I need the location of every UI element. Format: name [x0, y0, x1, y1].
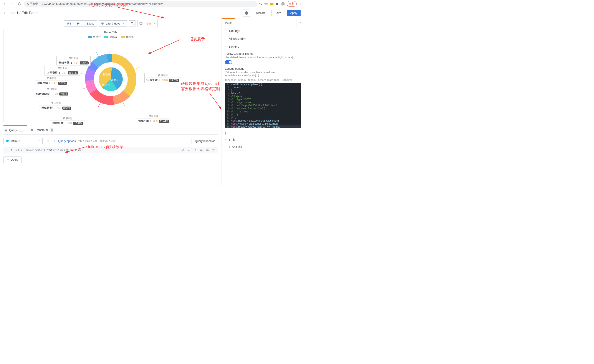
- editor-toolbar: test1 / Edit Panel 根据时间变化图表内容 Discard Sa…: [0, 8, 304, 18]
- chevron-right-icon[interactable]: [54, 139, 56, 142]
- chevron-down-icon: [38, 139, 40, 142]
- svg-text:腾讯云: 腾讯云: [102, 83, 110, 86]
- query-inspector-button[interactable]: Query inspector: [192, 138, 218, 144]
- panel-tab[interactable]: Panel: [222, 18, 236, 27]
- fill-tab[interactable]: Fill: [64, 21, 74, 26]
- query-tabs: Query 1 Transform 0: [3, 126, 218, 135]
- chevron-right-icon: [225, 38, 227, 40]
- trash-icon[interactable]: [212, 149, 216, 152]
- svg-point-22: [5, 129, 7, 130]
- time-range-label: Last 7 days: [106, 22, 120, 25]
- svg-line-5: [118, 7, 164, 18]
- visualization-section[interactable]: Visualization: [222, 35, 304, 43]
- code-editor[interactable]: 1▾ if (data.series.length==0) {2 return3…: [225, 83, 301, 128]
- fit-mode-group: Fill Fit Exact: [64, 20, 97, 27]
- tab-transform[interactable]: Transform 0: [30, 126, 55, 134]
- move-down-icon[interactable]: [188, 149, 192, 152]
- pie-slice-label: 费用来源'网络带宽'：2518.57%: [39, 101, 73, 111]
- plus-icon: [7, 159, 9, 161]
- apply-button[interactable]: Apply: [287, 10, 301, 16]
- svg-point-3: [300, 3, 301, 4]
- star-icon[interactable]: [264, 2, 268, 6]
- help-button[interactable]: [45, 138, 51, 144]
- zoom-out-button[interactable]: [129, 20, 136, 26]
- panel-title: Panel Title: [6, 31, 216, 34]
- legend-item[interactable]: 腾讯云: [104, 35, 117, 39]
- transform-icon: [30, 128, 34, 132]
- forward-icon[interactable]: [9, 1, 15, 7]
- copy-icon[interactable]: [200, 149, 204, 152]
- svg-point-1: [283, 3, 284, 4]
- legend-item[interactable]: 阿里云: [88, 35, 101, 39]
- svg-text:物理机: 物理机: [103, 73, 111, 76]
- svg-line-18: [81, 73, 86, 74]
- time-range-picker[interactable]: Last 7 days: [99, 20, 127, 27]
- expand-icon[interactable]: [296, 18, 304, 27]
- follow-theme-desc: Use default theme or follow theme of gra…: [225, 56, 301, 59]
- options-panel: Panel Settings Visualization Display F: [222, 18, 304, 186]
- svg-line-17: [82, 88, 87, 89]
- datasource-select[interactable]: InfluxDB: [3, 138, 43, 144]
- pie-slice-label: 费用来源'云服务器'：104835.78%: [144, 73, 181, 83]
- extensions-icon[interactable]: [275, 2, 279, 6]
- chart-canvas: 阿里云腾讯云物理机 费用来源'云服务器'：104835.78%费用来源'负载均衡…: [6, 40, 216, 118]
- query-count-badge: 1: [19, 129, 23, 132]
- chart-legend: 阿里云 腾讯云 物理机: [6, 35, 216, 39]
- refresh-button[interactable]: 5m: [137, 20, 158, 27]
- pie-slice-label: 费用来源'其他费用'：30210.31%: [45, 66, 80, 76]
- chart-panel: Panel Title 阿里云 腾讯云 物理机 报表展示 获取数据集成到echa…: [3, 29, 218, 122]
- follow-theme-toggle[interactable]: [225, 60, 232, 64]
- back-icon[interactable]: [2, 1, 8, 7]
- add-link-button[interactable]: Add link: [225, 144, 245, 150]
- svg-marker-23: [6, 139, 9, 142]
- chevron-right-icon[interactable]: [6, 149, 8, 152]
- function-signature: function (data, theme, echartsInstance, …: [225, 79, 301, 81]
- pie-slice-label: 费用来源'负载均衡'：33511.44%: [136, 114, 171, 124]
- save-button[interactable]: Save: [271, 10, 284, 16]
- svg-point-2: [300, 3, 301, 3]
- settings-section[interactable]: Settings: [222, 27, 304, 35]
- echarts-options-title: Echarts options: [225, 67, 301, 70]
- query-options-link[interactable]: Query options: [58, 139, 76, 143]
- fit-tab[interactable]: Fit: [74, 21, 83, 26]
- echarts-options-desc: Return options called by echarts or just…: [225, 71, 301, 77]
- edit-icon[interactable]: [182, 149, 185, 152]
- translate-icon[interactable]: [258, 2, 262, 6]
- back-arrow-icon[interactable]: [3, 11, 8, 15]
- kebab-icon[interactable]: [298, 2, 302, 6]
- settings-icon-button[interactable]: [243, 10, 250, 16]
- extension-img-icon[interactable]: [270, 2, 274, 6]
- exact-tab[interactable]: Exact: [83, 21, 97, 26]
- panel-controls: Fill Fit Exact Last 7 days 5m: [3, 20, 218, 27]
- url-bar[interactable]: 不安全 | 10.200.19.43:3000/d/-zpta1m7z/test…: [24, 1, 257, 7]
- transform-count-badge: 0: [49, 128, 54, 132]
- refresh-interval: 5m: [147, 22, 151, 25]
- eye-icon[interactable]: [206, 149, 210, 152]
- follow-theme-title: Follow Grafana Theme: [225, 52, 301, 55]
- pie-slice-label: 费用来源'serverless'：2347.99%: [34, 87, 70, 97]
- tab-query[interactable]: Query 1: [3, 126, 24, 134]
- query-md-label: MD = auto = 936: [78, 139, 97, 142]
- discard-button[interactable]: Discard: [253, 10, 269, 16]
- pie-slice-label: 费用来源'轻服务器'：1023.48%: [56, 56, 91, 66]
- profile-icon[interactable]: [281, 2, 285, 6]
- browser-chrome: 不安全 | 10.200.19.43:3000/d/-zpta1m7z/test…: [0, 0, 304, 8]
- pie-slice-label: 费用来源'对象存储'：1475.02%: [35, 76, 69, 86]
- svg-point-6: [246, 13, 247, 13]
- query-sql-text[interactable]: SELECT "name", "value" FROM "cost" WHERE…: [14, 149, 179, 152]
- svg-line-20: [96, 53, 99, 57]
- query-header: InfluxDB Query options MD = auto = 936 I…: [3, 138, 218, 144]
- move-up-icon[interactable]: [194, 149, 198, 152]
- svg-line-21: [109, 49, 109, 54]
- links-section[interactable]: Links: [222, 136, 304, 144]
- display-section[interactable]: Display: [222, 43, 304, 51]
- query-ref-label: A: [10, 148, 12, 152]
- influxdb-icon: [6, 139, 9, 142]
- closing-brace: }: [222, 131, 304, 136]
- clock-icon: [101, 22, 104, 25]
- chevron-down-icon: [225, 46, 227, 48]
- add-query-button[interactable]: Query: [3, 157, 21, 163]
- reload-icon[interactable]: [16, 1, 23, 7]
- legend-item[interactable]: 物理机: [121, 35, 134, 39]
- update-button[interactable]: 更新: [287, 1, 297, 7]
